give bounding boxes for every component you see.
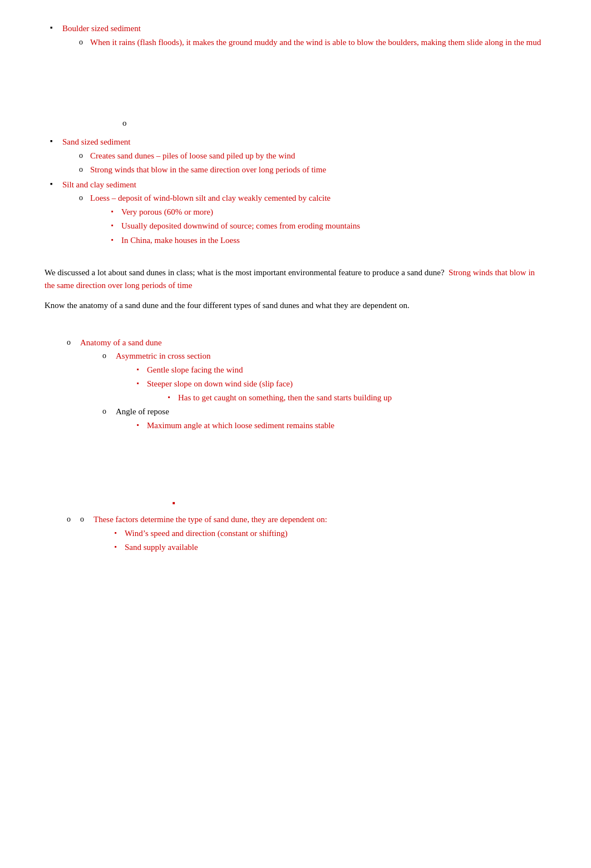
silt-label: Silt and clay sediment <box>62 180 136 189</box>
p2-text: Know the anatomy of a sand dune and the … <box>45 301 410 310</box>
factors-sub-list: These factors determine the type of sand… <box>80 513 545 554</box>
top-list: Boulder sized sediment When it rains (fl… <box>45 22 545 48</box>
anatomy-item: Anatomy of a sand dune Asymmetric in cro… <box>67 336 545 432</box>
factors-outer-list: These factors determine the type of sand… <box>45 513 545 554</box>
factors-desc-item: These factors determine the type of sand… <box>80 513 545 554</box>
loess-sub: Loess – deposit of wind-blown silt and c… <box>79 192 545 246</box>
sand-sub2: Strong winds that blow in the same direc… <box>79 163 545 176</box>
steeper-slope-item: Steeper slope on down wind side (slip fa… <box>136 378 545 404</box>
anatomy-sub-list: Asymmetric in cross section Gentle slope… <box>80 350 545 431</box>
image-spacer-1 <box>45 52 545 118</box>
sand-sub1-text: Creates sand dunes – piles of loose sand… <box>90 151 295 160</box>
paragraph-2: Know the anatomy of a sand dune and the … <box>45 299 545 312</box>
silt-item: Silt and clay sediment Loess – deposit o… <box>50 178 545 247</box>
spacer-2 <box>45 320 545 336</box>
factors-text: These factors determine the type of sand… <box>93 515 327 524</box>
asymmetric-item: Asymmetric in cross section Gentle slope… <box>102 350 545 404</box>
boulder-label: Boulder sized sediment <box>62 24 141 33</box>
standalone-o-1: o <box>45 118 545 128</box>
angle-repose-item: Angle of repose Maximum angle at which l… <box>102 405 545 431</box>
factors-item: These factors determine the type of sand… <box>67 513 545 554</box>
standalone-sq: ■ <box>45 500 545 505</box>
p1-black: We discussed a lot about sand dunes in c… <box>45 268 445 277</box>
anatomy-label: Anatomy of a sand dune <box>80 338 162 347</box>
steeper-sub: Has to get caught on something, then the… <box>147 391 545 404</box>
sand-sub2-text: Strong winds that blow in the same direc… <box>90 165 326 174</box>
asymmetric-sub: Gentle slope facing the wind Steeper slo… <box>116 364 545 404</box>
sand-supply-item: Sand supply available <box>114 541 545 554</box>
sand-sub1: Creates sand dunes – piles of loose sand… <box>79 150 545 162</box>
anatomy-outer-list: Anatomy of a sand dune Asymmetric in cro… <box>45 336 545 432</box>
loess-text: Loess – deposit of wind-blown silt and c… <box>90 194 331 202</box>
angle-repose-label: Angle of repose <box>116 407 169 416</box>
loess-sub1: Very porous (60% or more) <box>110 206 545 219</box>
max-angle-item: Maximum angle at which loose sediment re… <box>136 419 545 432</box>
factors-sub-items: Wind’s speed and direction (constant or … <box>93 527 545 554</box>
boulder-sub1-text: When it rains (flash floods), it makes t… <box>90 38 541 47</box>
sand-item: Sand sized sediment Creates sand dunes –… <box>50 136 545 176</box>
silt-sublist: Loess – deposit of wind-blown silt and c… <box>62 192 545 246</box>
loess-sub3: In China, make houses in the Loess <box>110 234 545 247</box>
angle-repose-sub: Maximum angle at which loose sediment re… <box>116 419 545 432</box>
boulder-sub1: When it rains (flash floods), it makes t… <box>79 36 545 49</box>
gentle-slope-item: Gentle slope facing the wind <box>136 364 545 376</box>
main-content: Boulder sized sediment When it rains (fl… <box>45 22 545 554</box>
asymmetric-label: Asymmetric in cross section <box>116 351 210 360</box>
image-spacer-2 <box>45 434 545 500</box>
sand-sublist: Creates sand dunes – piles of loose sand… <box>62 150 545 176</box>
loess-sub2: Usually deposited downwind of source; co… <box>110 220 545 232</box>
sand-silt-list: Sand sized sediment Creates sand dunes –… <box>45 136 545 246</box>
boulder-sublist: When it rains (flash floods), it makes t… <box>62 36 545 49</box>
boulder-item: Boulder sized sediment When it rains (fl… <box>50 22 545 48</box>
wind-speed-item: Wind’s speed and direction (constant or … <box>114 527 545 540</box>
sand-label: Sand sized sediment <box>62 137 130 146</box>
spacer-1 <box>45 250 545 266</box>
caught-item: Has to get caught on something, then the… <box>167 391 545 404</box>
loess-sub-items: Very porous (60% or more) Usually deposi… <box>90 206 545 247</box>
paragraph-1: We discussed a lot about sand dunes in c… <box>45 266 545 291</box>
